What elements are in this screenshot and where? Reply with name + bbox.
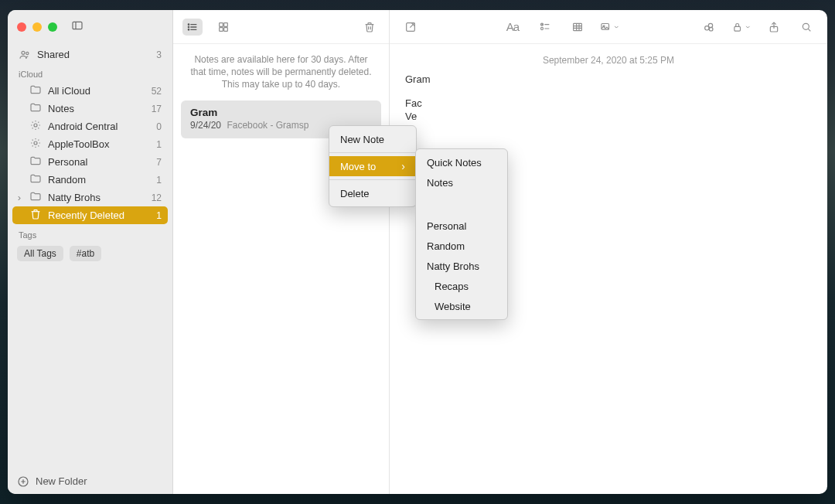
sidebar-item-notes[interactable]: Notes17	[12, 100, 168, 117]
sidebar-item-label: Recently Deleted	[48, 209, 124, 221]
tag-pill[interactable]: #atb	[70, 246, 101, 261]
sidebar-item-label: Shared	[37, 49, 70, 60]
sidebar: Shared 3 iCloud All iCloud52Notes17Andro…	[8, 10, 173, 494]
plus-circle-icon	[17, 475, 29, 488]
svg-point-24	[540, 27, 543, 29]
sidebar-item-label: Notes	[48, 103, 74, 114]
folder-icon	[29, 155, 42, 169]
svg-point-3	[26, 52, 29, 54]
media-button[interactable]	[600, 19, 620, 36]
context-separator	[329, 179, 416, 180]
window-traffic-lights	[17, 22, 57, 32]
context-subitem-notes[interactable]: Notes	[416, 172, 507, 192]
sidebar-item-count: 52	[152, 86, 162, 97]
sidebar-item-count: 17	[152, 104, 162, 114]
toggle-sidebar-button[interactable]	[71, 19, 84, 35]
context-submenu-move-to: Quick NotesNotesPersonalRandomNatty Broh…	[415, 148, 508, 320]
compose-note-button[interactable]	[400, 19, 421, 36]
sidebar-item-natty-brohs[interactable]: ›Natty Brohs12	[12, 189, 168, 206]
context-subitem-recaps[interactable]: Recaps	[416, 276, 507, 296]
context-menu: New Note Move to Delete	[329, 125, 417, 207]
sidebar-item-count: 0	[156, 121, 162, 132]
sidebar-item-label: Random	[48, 174, 86, 186]
delete-note-button[interactable]	[360, 19, 380, 36]
sidebar-item-label: AppleToolBox	[48, 138, 110, 150]
svg-point-5	[34, 141, 37, 145]
sidebar-item-count: 7	[156, 157, 162, 168]
new-folder-label: New Folder	[36, 475, 87, 487]
close-window-button[interactable]	[17, 22, 26, 32]
svg-rect-15	[220, 22, 223, 26]
trash-icon	[29, 208, 42, 223]
sidebar-item-personal[interactable]: Personal7	[12, 153, 168, 171]
folder-icon	[29, 101, 42, 116]
note-text-line: Fac	[405, 97, 812, 109]
svg-point-14	[188, 29, 189, 29]
lock-note-button[interactable]	[731, 19, 752, 36]
list-view-button[interactable]	[182, 19, 203, 36]
share-button[interactable]	[764, 19, 784, 36]
sidebar-item-random[interactable]: Random1	[12, 171, 168, 189]
list-toolbar	[173, 10, 389, 44]
svg-line-39	[808, 29, 810, 31]
context-item-move-to[interactable]: Move to	[329, 156, 416, 176]
tags-row: All Tags#atb	[12, 243, 168, 264]
smart-icon	[29, 137, 42, 152]
context-separator	[329, 152, 416, 153]
context-subitem-website[interactable]: Website	[416, 296, 507, 316]
chevron-down-icon	[745, 21, 752, 33]
svg-rect-18	[224, 27, 228, 31]
sidebar-item-android-central[interactable]: Android Central0	[12, 117, 168, 135]
search-button[interactable]	[796, 19, 816, 36]
sidebar-item-recently-deleted[interactable]: Recently Deleted1	[12, 206, 168, 224]
sidebar-item-count: 1	[156, 139, 162, 150]
sidebar-item-all-icloud[interactable]: All iCloud52	[12, 82, 168, 100]
window-titlebar	[8, 10, 172, 44]
link-note-button[interactable]	[699, 19, 719, 36]
note-body[interactable]: September 24, 2020 at 5:25 PM Gram Fac V…	[390, 44, 827, 135]
svg-rect-26	[574, 23, 582, 30]
svg-point-2	[22, 51, 25, 54]
context-item-new-note[interactable]: New Note	[329, 129, 416, 149]
context-subitem-quick-notes[interactable]: Quick Notes	[416, 152, 507, 172]
context-subitem-personal[interactable]: Personal	[416, 216, 507, 236]
new-folder-button[interactable]: New Folder	[8, 468, 172, 494]
note-item-preview: Facebook - Gramsp	[227, 120, 308, 131]
deleted-folder-notice: Notes are available here for 30 days. Af…	[181, 52, 381, 100]
note-text-line: Ve	[405, 111, 812, 122]
table-button[interactable]	[567, 19, 588, 36]
tag-pill[interactable]: All Tags	[17, 246, 63, 261]
sidebar-item-count: 3	[156, 49, 162, 60]
note-item-date: 9/24/20	[190, 120, 221, 131]
chevron-down-icon	[613, 21, 620, 33]
svg-point-13	[188, 26, 189, 27]
context-item-delete[interactable]: Delete	[329, 183, 416, 203]
zoom-window-button[interactable]	[48, 22, 57, 32]
sidebar-content: Shared 3 iCloud All iCloud52Notes17Andro…	[8, 44, 172, 468]
chevron-right-icon[interactable]: ›	[15, 192, 23, 203]
sidebar-item-shared[interactable]: Shared 3	[12, 46, 168, 63]
note-title-text: Gram	[405, 73, 812, 85]
grid-view-button[interactable]	[213, 19, 233, 36]
sidebar-item-count: 1	[156, 210, 162, 221]
svg-point-38	[803, 23, 809, 29]
sidebar-section-tags: Tags	[12, 224, 168, 243]
sidebar-item-label: All iCloud	[48, 85, 90, 97]
context-subitem-natty-brohs[interactable]: Natty Brohs	[416, 256, 507, 276]
note-date: September 24, 2020 at 5:25 PM	[405, 55, 812, 66]
sidebar-item-appletoolbox[interactable]: AppleToolBox1	[12, 135, 168, 153]
format-text-button[interactable]: Aa	[503, 19, 523, 36]
sidebar-item-label: Android Central	[48, 121, 118, 132]
svg-rect-17	[220, 27, 223, 31]
minimize-window-button[interactable]	[32, 22, 42, 32]
sidebar-section-icloud: iCloud	[12, 63, 168, 82]
svg-point-12	[188, 24, 189, 25]
folder-icon	[29, 172, 42, 187]
folder-icon	[29, 190, 42, 205]
context-subitem-random[interactable]: Random	[416, 236, 507, 256]
sidebar-item-count: 12	[152, 192, 162, 203]
checklist-button[interactable]	[535, 19, 555, 36]
sidebar-item-label: Personal	[48, 156, 87, 168]
sidebar-item-count: 1	[156, 175, 162, 186]
shared-icon	[19, 49, 31, 61]
